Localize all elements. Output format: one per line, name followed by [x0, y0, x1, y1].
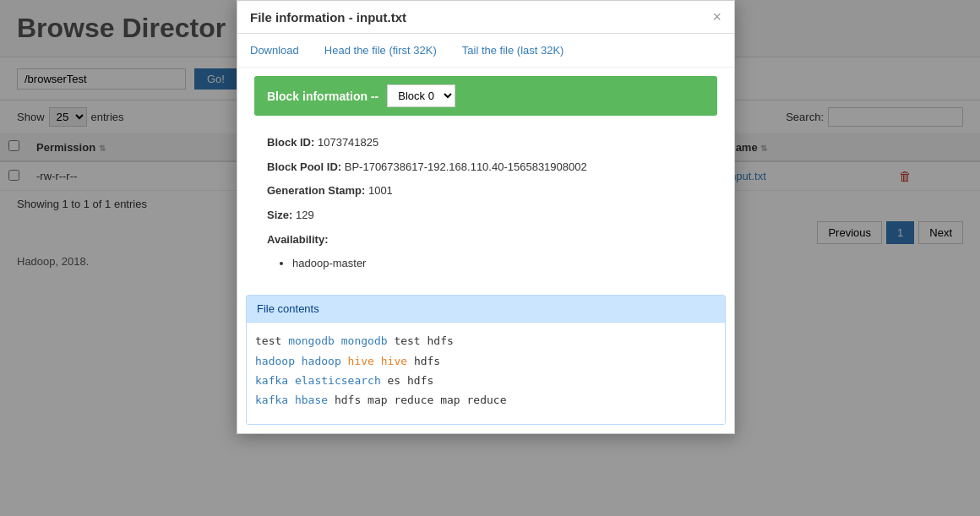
head-file-link[interactable]: Head the file (first 32K): [324, 44, 437, 57]
block-pool-id-value: BP-1706738617-192.168.110.40-15658319080…: [345, 160, 587, 173]
file-contents-body: test mongodb mongodb test hdfs hadoop ha…: [247, 323, 725, 424]
block-select[interactable]: Block 0: [387, 84, 455, 107]
file-line-2: kafka elasticsearch es hdfs: [255, 371, 716, 390]
modal-overlay: File information - input.txt × Download …: [0, 0, 980, 516]
tail-file-link[interactable]: Tail the file (last 32K): [462, 44, 564, 57]
modal-title: File information - input.txt: [250, 10, 406, 24]
file-line-1: hadoop hadoop hive hive hdfs: [255, 351, 716, 371]
word: reduce: [467, 394, 507, 406]
modal-header: File information - input.txt ×: [237, 1, 734, 34]
file-contents-section: File contents test mongodb mongodb test …: [246, 295, 726, 425]
word: hive: [348, 355, 374, 367]
block-id-value: 1073741825: [318, 136, 378, 149]
modal-close-button[interactable]: ×: [712, 9, 721, 24]
word: kafka: [255, 374, 288, 387]
generation-stamp-value: 1001: [368, 184, 393, 197]
modal-links: Download Head the file (first 32K) Tail …: [237, 34, 734, 68]
list-item: hadoop-master: [292, 253, 705, 274]
word: map: [368, 394, 387, 406]
file-contents-header: File contents: [247, 296, 725, 323]
watermark: https://blog.csdn.net/qq_36160730: [816, 500, 972, 512]
word: elasticsearch: [295, 374, 381, 387]
download-link[interactable]: Download: [250, 44, 299, 57]
block-id-label: Block ID:: [267, 136, 314, 149]
availability-row: Availability: hadoop-master: [267, 230, 705, 274]
word: es: [388, 374, 401, 387]
background-page: Browse Director Go! 📁 ⬆ ⊞ Show 25 entrie…: [0, 0, 980, 516]
block-pool-id-label: Block Pool ID:: [267, 160, 341, 173]
block-details: Block ID: 1073741825 Block Pool ID: BP-1…: [246, 124, 726, 286]
word: reduce: [394, 394, 433, 406]
word: mongodb: [341, 334, 388, 347]
generation-stamp-row: Generation Stamp: 1001: [267, 181, 705, 202]
size-label: Size:: [267, 209, 292, 221]
block-pool-id-row: Block Pool ID: BP-1706738617-192.168.110…: [267, 157, 705, 178]
generation-stamp-label: Generation Stamp:: [267, 184, 365, 197]
availability-item-0: hadoop-master: [292, 257, 366, 269]
word: hdfs: [335, 394, 361, 406]
size-row: Size: 129: [267, 205, 705, 226]
size-value: 129: [296, 209, 314, 221]
block-info-header: Block information -- Block 0: [254, 76, 717, 116]
word: hbase: [295, 394, 328, 406]
word: kafka: [255, 394, 288, 406]
word: hdfs: [427, 334, 454, 347]
availability-label: Availability:: [267, 233, 328, 246]
word: hadoop: [255, 355, 295, 367]
word: test: [255, 334, 281, 347]
word: hive: [381, 355, 407, 367]
block-info-container: Block information -- Block 0 Block ID: 1…: [246, 76, 726, 286]
block-id-row: Block ID: 1073741825: [267, 133, 705, 154]
block-info-label: Block information --: [267, 90, 378, 103]
word: map: [440, 394, 460, 406]
availability-list: hadoop-master: [292, 253, 705, 274]
word: test: [394, 334, 420, 347]
file-line-3: kafka hbase hdfs map reduce map reduce: [255, 390, 716, 410]
word: hadoop: [302, 355, 341, 367]
word: hdfs: [407, 374, 433, 387]
file-line-0: test mongodb mongodb test hdfs: [255, 331, 716, 350]
word: mongodb: [288, 334, 335, 347]
file-info-modal: File information - input.txt × Download …: [237, 0, 735, 434]
word: hdfs: [414, 355, 440, 367]
